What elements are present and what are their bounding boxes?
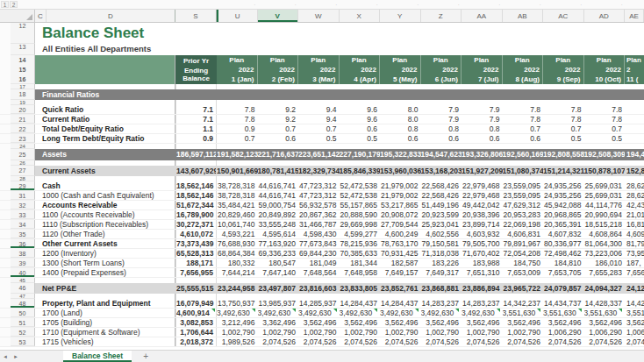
cell[interactable]: 73,373,439	[175, 239, 217, 248]
cell[interactable]: 3,562,496	[421, 318, 462, 327]
cell[interactable]: 0.8	[380, 124, 421, 133]
cell[interactable]: 38,728,318	[217, 181, 258, 190]
cell[interactable]: 3,562,496	[340, 318, 381, 327]
row-label-cell[interactable]: Long Term Debt/Equity Ratio	[35, 134, 175, 143]
row-header[interactable]: 36	[11, 239, 35, 248]
cell[interactable]: 51,449,196	[421, 201, 462, 209]
cell[interactable]: 23,868,881	[421, 283, 462, 294]
cell[interactable]: 77,673,843	[298, 239, 340, 248]
cell[interactable]: 35,484,421	[217, 201, 258, 209]
cell[interactable]: 14,285,937	[298, 299, 340, 308]
cell[interactable]: 4,602,556	[421, 230, 462, 238]
cell[interactable]: 23,559,095	[503, 191, 544, 200]
cell[interactable]: 2,074,526	[258, 337, 299, 346]
row-header[interactable]: 46	[11, 283, 35, 294]
cell[interactable]: 185,846,339	[340, 166, 381, 176]
column-header-X[interactable]: X	[340, 10, 381, 22]
row-header[interactable]: 38	[11, 249, 35, 258]
cell[interactable]: 20,829,460	[217, 210, 258, 219]
row-label-cell[interactable]: Accounts Receivable	[35, 201, 175, 209]
cell[interactable]: 4,607,832	[543, 230, 584, 238]
row-label-cell[interactable]: Property, Plant and Equipment	[35, 299, 175, 308]
cell[interactable]: 2,074,526	[298, 337, 340, 346]
cell[interactable]: 14,434,737	[543, 299, 584, 308]
cell[interactable]: 16,789,900	[175, 210, 217, 219]
cell[interactable]: 187,	[625, 259, 644, 267]
cell[interactable]: 7.8	[503, 105, 544, 114]
cell[interactable]: 4,598,430	[298, 230, 340, 238]
cell[interactable]: 186,597,112	[175, 149, 217, 160]
cell[interactable]: 81,796,	[625, 239, 644, 248]
cell[interactable]: 14,342,237	[503, 299, 544, 308]
cell[interactable]: 45,942,088	[543, 201, 584, 209]
cell[interactable]: 4,600,249	[380, 230, 421, 238]
cell[interactable]: 8.0	[380, 105, 421, 114]
section-label[interactable]: Financial Ratios	[35, 89, 175, 100]
column-header-U[interactable]: U	[217, 10, 258, 22]
cell[interactable]: 7.8	[503, 115, 544, 124]
column-header-V[interactable]: V	[258, 10, 299, 22]
cell[interactable]: 7.9	[421, 105, 462, 114]
cell[interactable]: 181,049	[298, 259, 340, 267]
cell[interactable]: 42,435,	[625, 201, 644, 209]
cell[interactable]: 79,505,700	[462, 239, 503, 248]
header-plan-month[interactable]: Plan20222 (Feb)	[258, 55, 299, 84]
cell[interactable]: 3,362,496	[258, 318, 299, 327]
cell[interactable]: 0.7	[298, 124, 340, 133]
cell[interactable]: 4,593,221	[217, 230, 258, 238]
cell[interactable]: 23,852,761	[380, 283, 421, 294]
row-label-cell[interactable]: 1110 (Subscription Receivables)	[35, 220, 175, 229]
cell[interactable]: 14,283,237	[462, 299, 503, 308]
cell[interactable]: 3,551,630	[543, 309, 584, 317]
cell[interactable]: 0.7	[217, 134, 258, 143]
cell[interactable]: 7,647,140	[258, 268, 299, 277]
row-header[interactable]: 40	[11, 268, 35, 277]
cell[interactable]: 2,074,526	[503, 337, 544, 346]
cell[interactable]: 186,010	[584, 259, 626, 267]
cell[interactable]: 14,428,	[625, 299, 644, 308]
cell[interactable]: 1,006,290	[543, 328, 584, 337]
cell[interactable]: 18,515,218	[584, 220, 626, 229]
cell[interactable]: 68,864,384	[217, 249, 258, 258]
cell[interactable]: 71,670,402	[462, 249, 503, 258]
tab-nav-right-icon[interactable]: ▸	[11, 353, 21, 360]
header-plan-month[interactable]: Plan20224 (Apr)	[340, 55, 381, 84]
cell[interactable]: 2,074,526	[543, 337, 584, 346]
row-header[interactable]: 23	[11, 134, 35, 143]
cell[interactable]: 2,074,526	[340, 337, 381, 346]
row-header[interactable]: 53	[11, 337, 35, 346]
cell[interactable]: 2,074,	[625, 337, 644, 346]
cell[interactable]: 0.9	[175, 134, 217, 143]
cell[interactable]: 20,908,072	[380, 210, 421, 219]
cell[interactable]: 69,336,233	[258, 249, 299, 258]
cell[interactable]: 193,326,806	[462, 149, 503, 160]
cell[interactable]: 52,472,538	[340, 181, 381, 190]
cell[interactable]: 9.6	[340, 105, 381, 114]
cell[interactable]: 3,492,630	[340, 309, 381, 317]
cell[interactable]: 20,938,396	[462, 210, 503, 219]
cell[interactable]: 3,562,496	[298, 318, 340, 327]
cell[interactable]: 51,672,344	[175, 201, 217, 209]
tab-nav-left-icon[interactable]: ◂	[0, 353, 11, 360]
cell[interactable]: 7.8	[217, 105, 258, 114]
row-label-cell[interactable]: 1300 (Short Term Loans)	[35, 259, 175, 267]
cell[interactable]: 184,810	[543, 259, 584, 267]
cell[interactable]: 49,442,042	[462, 201, 503, 209]
cell[interactable]: 52,472,538	[340, 191, 381, 200]
cell[interactable]: 4,600,914	[175, 309, 217, 317]
cell[interactable]: 16,079,949	[175, 299, 217, 308]
cell[interactable]: 0.6	[421, 134, 462, 143]
cell[interactable]: 1,002,790	[217, 328, 258, 337]
cell[interactable]: 7,655,283	[584, 268, 626, 277]
cell[interactable]: 152,856,	[625, 166, 644, 176]
row-label-cell[interactable]: 1715 (Vehicles)	[35, 337, 175, 346]
cell[interactable]: 180,781,415	[258, 166, 299, 176]
select-all-corner[interactable]	[0, 10, 35, 22]
cell[interactable]: 29,669,998	[340, 220, 381, 229]
row-header[interactable]: 51	[11, 318, 35, 327]
cell[interactable]: 180,547	[258, 259, 299, 267]
cell[interactable]: 13,985,937	[258, 299, 299, 308]
cell[interactable]: 80,336,977	[543, 239, 584, 248]
cell[interactable]: 31,466,787	[298, 220, 340, 229]
cell[interactable]: 47,629,312	[503, 201, 544, 209]
